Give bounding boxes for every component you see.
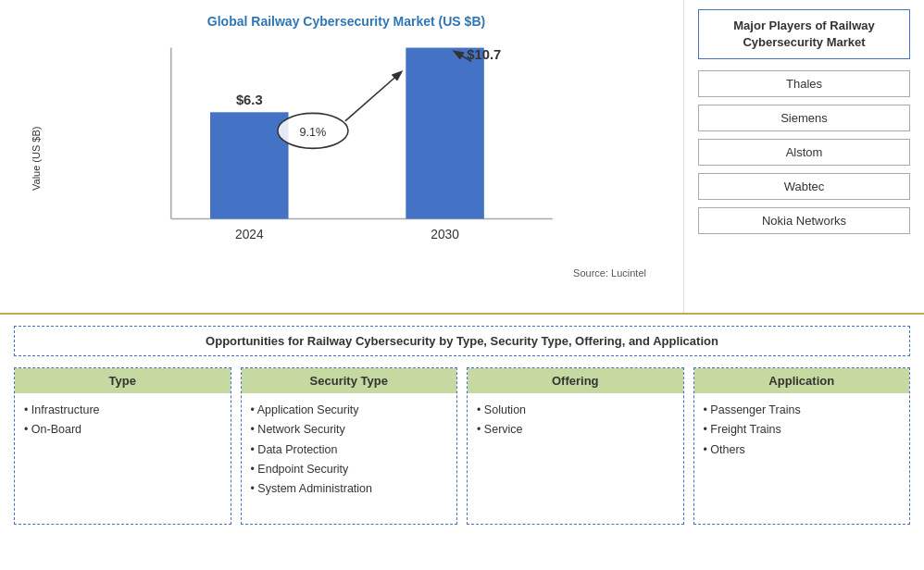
category-offering-header: Offering [468, 368, 683, 393]
bar-2030 [406, 48, 484, 219]
sec-item-4: Endpoint Security [251, 460, 448, 479]
bar-2030-year: 2030 [431, 228, 459, 242]
category-offering-body: Solution Service [468, 393, 683, 448]
chart-title: Global Railway Cybersecurity Market (US … [28, 14, 665, 29]
category-type: Type Infrastructure On-Board [14, 367, 231, 525]
sec-item-5: System Administration [251, 479, 448, 499]
opportunities-title: Opportunities for Railway Cybersecurity … [14, 326, 910, 356]
right-panel: Major Players of Railway Cybersecurity M… [683, 0, 924, 313]
app-item-1: Passenger Trains [704, 401, 901, 420]
main-container: Global Railway Cybersecurity Market (US … [0, 0, 924, 570]
player-thales: Thales [698, 70, 910, 97]
category-application-body: Passenger Trains Freight Trains Others [694, 393, 910, 467]
category-type-body: Infrastructure On-Board [15, 393, 231, 448]
bar-chart-svg: $6.3 2024 $10.7 2030 9.1% [49, 38, 665, 263]
category-type-header: Type [15, 368, 231, 393]
source-text: Source: Lucintel [49, 267, 665, 279]
chart-inner: Value (US $B) $6.3 2024 [28, 38, 665, 279]
type-item-2: On-Board [24, 420, 221, 440]
type-item-1: Infrastructure [24, 401, 221, 420]
players-list: Thales Siemens Alstom Wabtec Nokia Netwo… [698, 70, 910, 234]
category-security-type-body: Application Security Network Security Da… [242, 393, 457, 506]
sec-item-3: Data Protection [251, 440, 448, 460]
chart-area: Global Railway Cybersecurity Market (US … [0, 0, 683, 313]
categories-row: Type Infrastructure On-Board Security Ty… [14, 367, 910, 525]
player-wabtec: Wabtec [698, 173, 910, 200]
category-security-type-header: Security Type [242, 368, 457, 393]
major-players-box: Major Players of Railway Cybersecurity M… [698, 9, 910, 59]
category-application-header: Application [694, 368, 910, 393]
offer-item-2: Service [477, 420, 674, 440]
y-axis-label: Value (US $B) [28, 38, 44, 279]
major-players-title: Major Players of Railway Cybersecurity M… [706, 18, 902, 51]
chart-plot: $6.3 2024 $10.7 2030 9.1% [49, 38, 665, 279]
top-section: Global Railway Cybersecurity Market (US … [0, 0, 924, 315]
sec-item-2: Network Security [251, 420, 448, 440]
cagr-arrow [345, 72, 401, 121]
app-item-2: Freight Trains [704, 420, 901, 440]
bar-2024-label: $6.3 [236, 93, 263, 107]
player-nokia: Nokia Networks [698, 207, 910, 234]
category-security-type: Security Type Application Security Netwo… [241, 367, 458, 525]
sec-item-1: Application Security [251, 401, 448, 420]
category-application: Application Passenger Trains Freight Tra… [693, 367, 911, 525]
app-item-3: Others [704, 440, 901, 460]
bottom-section: Opportunities for Railway Cybersecurity … [0, 315, 924, 570]
bar-2024 [210, 112, 289, 218]
player-alstom: Alstom [698, 139, 910, 166]
offer-item-1: Solution [477, 401, 674, 420]
player-siemens: Siemens [698, 105, 910, 131]
cagr-label: 9.1% [300, 126, 327, 139]
bar-2030-label: $10.7 [467, 47, 501, 62]
bar-2024-year: 2024 [235, 228, 264, 242]
category-offering: Offering Solution Service [467, 367, 684, 525]
